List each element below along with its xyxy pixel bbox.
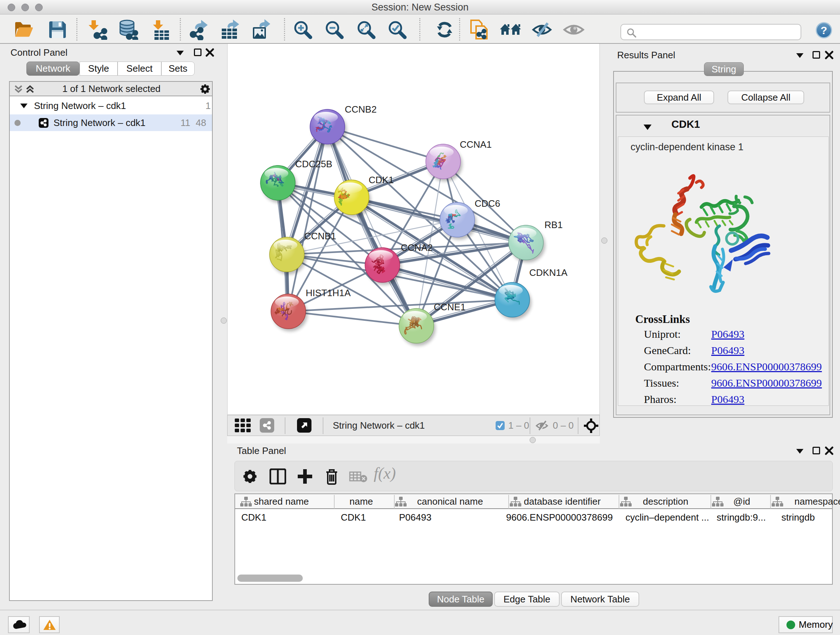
svg-text:CCNA1: CCNA1 — [460, 139, 492, 150]
svg-text:CCNB1: CCNB1 — [304, 231, 336, 241]
svg-text:CDC6: CDC6 — [475, 198, 500, 209]
svg-text:RB1: RB1 — [545, 219, 563, 230]
svg-text:HIST1H1A: HIST1H1A — [306, 287, 351, 298]
svg-text:CDK1: CDK1 — [369, 174, 393, 185]
svg-text:CCNE1: CCNE1 — [434, 302, 466, 312]
svg-text:CDC25B: CDC25B — [295, 158, 332, 169]
svg-text:CDKN1A: CDKN1A — [529, 267, 568, 278]
svg-text:CCNA2: CCNA2 — [401, 242, 433, 253]
svg-text:CCNB2: CCNB2 — [345, 104, 377, 115]
